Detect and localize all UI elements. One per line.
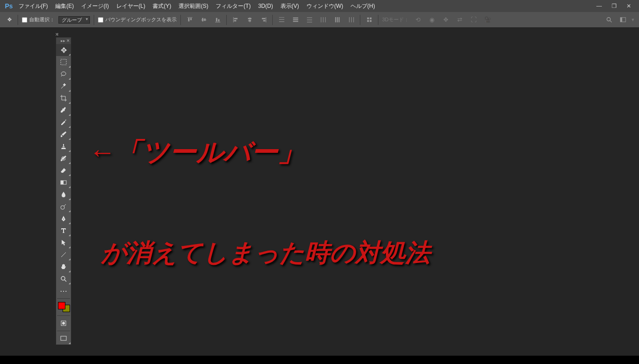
menu-bar: Ps ファイル(F) 編集(E) イメージ(I) レイヤー(L) 書式(Y) 選… (0, 0, 639, 12)
svg-rect-10 (61, 336, 66, 340)
roll-3d-icon[interactable]: ◉ (427, 15, 437, 25)
maximize-button[interactable]: ❐ (607, 1, 621, 11)
divider (57, 298, 70, 299)
menu-type[interactable]: 書式(Y) (149, 0, 175, 12)
menu-window[interactable]: ウィンドウ(W) (303, 0, 347, 12)
show-bbox-checkbox[interactable]: バウンディングボックスを表示 (98, 16, 177, 23)
distribute-vcenter-icon[interactable] (290, 15, 300, 25)
menu-file[interactable]: ファイル(F) (15, 0, 51, 12)
orbit-3d-icon[interactable]: ⟲ (413, 15, 423, 25)
align-horizontal-centers-icon[interactable] (244, 15, 255, 25)
menu-select[interactable]: 選択範囲(S) (175, 0, 212, 12)
menu-view[interactable]: 表示(V) (277, 0, 303, 12)
window-controls: — ❐ ✕ (592, 1, 636, 11)
svg-point-0 (607, 18, 610, 21)
move-tool-icon[interactable]: ✥ (5, 15, 14, 25)
workspace-switcher[interactable] (618, 15, 628, 25)
move-tool[interactable]: ✥ (56, 44, 71, 56)
svg-point-7 (61, 276, 65, 280)
clone-stamp-tool[interactable] (56, 140, 71, 152)
chevron-down-icon[interactable]: ▾ (632, 17, 634, 23)
svg-point-6 (61, 206, 64, 209)
healing-brush-tool[interactable] (56, 116, 71, 128)
panel-header: ▸▸ ✕ (56, 38, 71, 44)
distribute-top-icon[interactable] (276, 15, 287, 25)
menu-filter[interactable]: フィルター(T) (212, 0, 254, 12)
separator (180, 15, 181, 25)
swap-colors-icon[interactable]: ⤭ (55, 32, 59, 37)
svg-rect-5 (61, 181, 64, 184)
menu-layer[interactable]: レイヤー(L) (113, 0, 149, 12)
scale-3d-icon[interactable]: ⛶ (468, 15, 479, 25)
svg-rect-3 (61, 59, 66, 65)
app-logo: Ps (3, 0, 15, 12)
foreground-color-swatch[interactable] (58, 302, 65, 309)
auto-align-icon[interactable] (364, 15, 374, 25)
distribute-right-icon[interactable] (346, 15, 356, 25)
collapse-icon[interactable]: ▸▸ (61, 38, 65, 43)
menu-list: ファイル(F) 編集(E) イメージ(I) レイヤー(L) 書式(Y) 選択範囲… (15, 0, 379, 12)
gradient-tool[interactable] (56, 176, 71, 188)
history-brush-tool[interactable] (56, 152, 71, 164)
eraser-tool[interactable] (56, 164, 71, 176)
auto-select-mode[interactable]: グループ (58, 16, 90, 24)
align-left-edges-icon[interactable] (230, 15, 241, 25)
mode-3d-label: 3Dモード： (382, 16, 409, 23)
separator (94, 15, 94, 25)
auto-select-label: 自動選択： (29, 16, 55, 23)
separator (18, 15, 18, 25)
minimize-button[interactable]: — (592, 1, 607, 11)
align-bottom-edges-icon[interactable] (212, 15, 223, 25)
type-tool[interactable] (56, 225, 71, 237)
camera-3d-icon[interactable]: 🎥 (482, 15, 492, 25)
show-bbox-input[interactable] (98, 17, 103, 23)
divider (57, 331, 70, 331)
search-icon[interactable] (604, 15, 614, 25)
menu-image[interactable]: イメージ(I) (77, 0, 112, 12)
more-tools[interactable]: ⋯ (56, 285, 71, 297)
dodge-tool[interactable] (56, 201, 71, 213)
separator (360, 15, 360, 25)
workspace-area: ▸▸ ✕ ✥ ⋯ ⤭ (0, 28, 639, 356)
distribute-hcenter-icon[interactable] (332, 15, 342, 25)
quick-mask-icon[interactable] (56, 317, 71, 329)
menu-3d[interactable]: 3D(D) (255, 0, 277, 12)
distribute-bottom-icon[interactable] (304, 15, 314, 25)
auto-select-dropdown[interactable]: グループ (58, 16, 90, 24)
marquee-tool[interactable] (56, 56, 71, 68)
annotation-line-2: が消えてしまった時の対処法 (101, 236, 430, 270)
pan-3d-icon[interactable]: ✥ (441, 15, 451, 25)
options-bar: ✥ 自動選択： グループ バウンディングボックスを表示 (0, 12, 639, 28)
auto-select-checkbox[interactable]: 自動選択： (22, 16, 55, 23)
divider (57, 315, 70, 316)
blur-tool[interactable] (56, 188, 71, 201)
auto-select-input[interactable] (22, 17, 27, 23)
application-window: Ps ファイル(F) 編集(E) イメージ(I) レイヤー(L) 書式(Y) 選… (0, 0, 639, 356)
color-swatches: ⤭ (56, 300, 71, 314)
align-vertical-centers-icon[interactable] (198, 15, 209, 25)
separator (272, 15, 273, 25)
screen-mode-icon[interactable] (56, 333, 71, 345)
zoom-tool[interactable] (56, 273, 71, 285)
slide-3d-icon[interactable]: ⇄ (454, 15, 465, 25)
close-button[interactable]: ✕ (621, 1, 636, 11)
menu-edit[interactable]: 編集(E) (51, 0, 77, 12)
path-selection-tool[interactable] (56, 237, 71, 249)
tools-panel: ▸▸ ✕ ✥ ⋯ ⤭ (56, 37, 71, 345)
magic-wand-tool[interactable] (56, 80, 71, 92)
menu-help[interactable]: ヘルプ(H) (347, 0, 379, 12)
show-bbox-label: バウンディングボックスを表示 (105, 16, 177, 23)
annotation-line-1: ←「ツールバー」 (88, 134, 305, 170)
eyedropper-tool[interactable] (56, 104, 71, 116)
lasso-tool[interactable] (56, 68, 71, 80)
line-tool[interactable] (56, 249, 71, 261)
hand-tool[interactable] (56, 261, 71, 273)
align-right-edges-icon[interactable] (258, 15, 268, 25)
distribute-left-icon[interactable] (318, 15, 328, 25)
taskbar (0, 356, 639, 364)
panel-close-icon[interactable]: ✕ (66, 38, 70, 43)
crop-tool[interactable] (56, 92, 71, 104)
brush-tool[interactable] (56, 128, 71, 140)
pen-tool[interactable] (56, 213, 71, 225)
align-top-edges-icon[interactable] (185, 15, 195, 25)
